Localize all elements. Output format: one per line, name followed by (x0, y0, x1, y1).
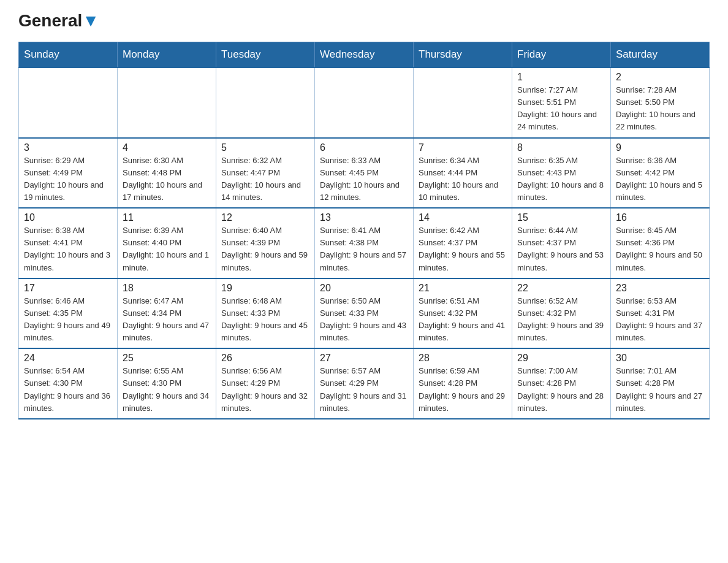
day-number: 12 (221, 212, 309, 223)
calendar-cell: 6Sunrise: 6:33 AM Sunset: 4:45 PM Daylig… (315, 138, 414, 209)
day-number: 27 (320, 353, 408, 364)
calendar-cell: 9Sunrise: 6:36 AM Sunset: 4:42 PM Daylig… (611, 138, 710, 209)
day-sun-info: Sunrise: 6:46 AM Sunset: 4:35 PM Dayligh… (24, 295, 112, 345)
calendar-week-row: 17Sunrise: 6:46 AM Sunset: 4:35 PM Dayli… (19, 278, 710, 349)
day-sun-info: Sunrise: 7:27 AM Sunset: 5:51 PM Dayligh… (517, 84, 605, 134)
calendar-cell (118, 67, 216, 138)
day-sun-info: Sunrise: 6:34 AM Sunset: 4:44 PM Dayligh… (419, 155, 507, 204)
calendar-cell: 2Sunrise: 7:28 AM Sunset: 5:50 PM Daylig… (611, 67, 710, 138)
calendar-cell: 14Sunrise: 6:42 AM Sunset: 4:37 PM Dayli… (414, 208, 512, 278)
calendar-cell: 18Sunrise: 6:47 AM Sunset: 4:34 PM Dayli… (118, 278, 216, 349)
day-number: 1 (517, 72, 605, 83)
day-of-week-header: Saturday (611, 42, 710, 68)
calendar-cell: 23Sunrise: 6:53 AM Sunset: 4:31 PM Dayli… (611, 278, 710, 349)
day-sun-info: Sunrise: 6:42 AM Sunset: 4:37 PM Dayligh… (419, 224, 507, 274)
calendar-cell: 13Sunrise: 6:41 AM Sunset: 4:38 PM Dayli… (315, 208, 414, 278)
day-number: 25 (123, 353, 211, 364)
day-sun-info: Sunrise: 6:29 AM Sunset: 4:49 PM Dayligh… (24, 155, 112, 204)
calendar-cell: 5Sunrise: 6:32 AM Sunset: 4:47 PM Daylig… (216, 138, 315, 209)
calendar-cell: 8Sunrise: 6:35 AM Sunset: 4:43 PM Daylig… (512, 138, 611, 209)
day-of-week-header: Tuesday (216, 42, 315, 68)
day-sun-info: Sunrise: 6:51 AM Sunset: 4:32 PM Dayligh… (419, 295, 507, 345)
calendar-cell: 26Sunrise: 6:56 AM Sunset: 4:29 PM Dayli… (216, 348, 315, 419)
calendar-cell: 11Sunrise: 6:39 AM Sunset: 4:40 PM Dayli… (118, 208, 216, 278)
day-number: 29 (517, 353, 605, 364)
day-sun-info: Sunrise: 6:38 AM Sunset: 4:41 PM Dayligh… (24, 224, 112, 274)
day-sun-info: Sunrise: 6:35 AM Sunset: 4:43 PM Dayligh… (517, 155, 605, 204)
day-number: 10 (24, 212, 112, 223)
day-sun-info: Sunrise: 7:00 AM Sunset: 4:28 PM Dayligh… (517, 365, 605, 415)
day-of-week-header: Monday (118, 42, 216, 68)
day-sun-info: Sunrise: 6:54 AM Sunset: 4:30 PM Dayligh… (24, 365, 112, 415)
day-of-week-header: Friday (512, 42, 611, 68)
day-of-week-header: Thursday (414, 42, 512, 68)
day-number: 17 (24, 283, 112, 294)
day-sun-info: Sunrise: 6:55 AM Sunset: 4:30 PM Dayligh… (123, 365, 211, 415)
day-number: 15 (517, 212, 605, 223)
day-number: 14 (419, 212, 507, 223)
day-number: 22 (517, 283, 605, 294)
day-sun-info: Sunrise: 6:45 AM Sunset: 4:36 PM Dayligh… (616, 224, 704, 274)
day-number: 18 (123, 283, 211, 294)
day-number: 9 (616, 142, 704, 153)
calendar-cell: 12Sunrise: 6:40 AM Sunset: 4:39 PM Dayli… (216, 208, 315, 278)
day-number: 23 (616, 283, 704, 294)
calendar-cell: 27Sunrise: 6:57 AM Sunset: 4:29 PM Dayli… (315, 348, 414, 419)
day-number: 16 (616, 212, 704, 223)
calendar-cell: 19Sunrise: 6:48 AM Sunset: 4:33 PM Dayli… (216, 278, 315, 349)
day-sun-info: Sunrise: 6:47 AM Sunset: 4:34 PM Dayligh… (123, 295, 211, 345)
day-sun-info: Sunrise: 6:39 AM Sunset: 4:40 PM Dayligh… (123, 224, 211, 274)
calendar-cell: 7Sunrise: 6:34 AM Sunset: 4:44 PM Daylig… (414, 138, 512, 209)
calendar-cell: 29Sunrise: 7:00 AM Sunset: 4:28 PM Dayli… (512, 348, 611, 419)
day-sun-info: Sunrise: 7:28 AM Sunset: 5:50 PM Dayligh… (616, 84, 704, 134)
day-sun-info: Sunrise: 6:44 AM Sunset: 4:37 PM Dayligh… (517, 224, 605, 274)
day-number: 19 (221, 283, 309, 294)
day-sun-info: Sunrise: 6:41 AM Sunset: 4:38 PM Dayligh… (320, 224, 408, 274)
calendar-cell (216, 67, 315, 138)
day-number: 11 (123, 212, 211, 223)
day-number: 24 (24, 353, 112, 364)
calendar-cell: 4Sunrise: 6:30 AM Sunset: 4:48 PM Daylig… (118, 138, 216, 209)
day-sun-info: Sunrise: 6:33 AM Sunset: 4:45 PM Dayligh… (320, 155, 408, 204)
calendar-cell: 22Sunrise: 6:52 AM Sunset: 4:32 PM Dayli… (512, 278, 611, 349)
calendar-week-row: 24Sunrise: 6:54 AM Sunset: 4:30 PM Dayli… (19, 348, 710, 419)
day-number: 3 (24, 142, 112, 153)
calendar-cell (414, 67, 512, 138)
day-number: 6 (320, 142, 408, 153)
day-of-week-header: Sunday (19, 42, 118, 68)
calendar-cell: 17Sunrise: 6:46 AM Sunset: 4:35 PM Dayli… (19, 278, 118, 349)
calendar-cell: 3Sunrise: 6:29 AM Sunset: 4:49 PM Daylig… (19, 138, 118, 209)
day-number: 26 (221, 353, 309, 364)
calendar-week-row: 10Sunrise: 6:38 AM Sunset: 4:41 PM Dayli… (19, 208, 710, 278)
day-sun-info: Sunrise: 6:57 AM Sunset: 4:29 PM Dayligh… (320, 365, 408, 415)
day-number: 7 (419, 142, 507, 153)
calendar-cell: 25Sunrise: 6:55 AM Sunset: 4:30 PM Dayli… (118, 348, 216, 419)
day-sun-info: Sunrise: 7:01 AM Sunset: 4:28 PM Dayligh… (616, 365, 704, 415)
calendar-cell: 16Sunrise: 6:45 AM Sunset: 4:36 PM Dayli… (611, 208, 710, 278)
calendar-week-row: 3Sunrise: 6:29 AM Sunset: 4:49 PM Daylig… (19, 138, 710, 209)
day-sun-info: Sunrise: 6:50 AM Sunset: 4:33 PM Dayligh… (320, 295, 408, 345)
day-sun-info: Sunrise: 6:48 AM Sunset: 4:33 PM Dayligh… (221, 295, 309, 345)
day-number: 13 (320, 212, 408, 223)
calendar-cell: 20Sunrise: 6:50 AM Sunset: 4:33 PM Dayli… (315, 278, 414, 349)
calendar-cell (315, 67, 414, 138)
day-sun-info: Sunrise: 6:56 AM Sunset: 4:29 PM Dayligh… (221, 365, 309, 415)
logo-triangle-icon: ▼ (82, 11, 99, 30)
day-sun-info: Sunrise: 6:52 AM Sunset: 4:32 PM Dayligh… (517, 295, 605, 345)
day-sun-info: Sunrise: 6:30 AM Sunset: 4:48 PM Dayligh… (123, 155, 211, 204)
calendar-cell: 30Sunrise: 7:01 AM Sunset: 4:28 PM Dayli… (611, 348, 710, 419)
day-number: 20 (320, 283, 408, 294)
day-sun-info: Sunrise: 6:32 AM Sunset: 4:47 PM Dayligh… (221, 155, 309, 204)
calendar-cell: 10Sunrise: 6:38 AM Sunset: 4:41 PM Dayli… (19, 208, 118, 278)
calendar-cell (19, 67, 118, 138)
logo-general-text: General▼ (18, 12, 99, 29)
day-number: 28 (419, 353, 507, 364)
day-of-week-header: Wednesday (315, 42, 414, 68)
day-number: 2 (616, 72, 704, 83)
day-sun-info: Sunrise: 6:36 AM Sunset: 4:42 PM Dayligh… (616, 155, 704, 204)
day-sun-info: Sunrise: 6:40 AM Sunset: 4:39 PM Dayligh… (221, 224, 309, 274)
day-number: 5 (221, 142, 309, 153)
day-number: 8 (517, 142, 605, 153)
calendar-cell: 1Sunrise: 7:27 AM Sunset: 5:51 PM Daylig… (512, 67, 611, 138)
calendar-cell: 15Sunrise: 6:44 AM Sunset: 4:37 PM Dayli… (512, 208, 611, 278)
